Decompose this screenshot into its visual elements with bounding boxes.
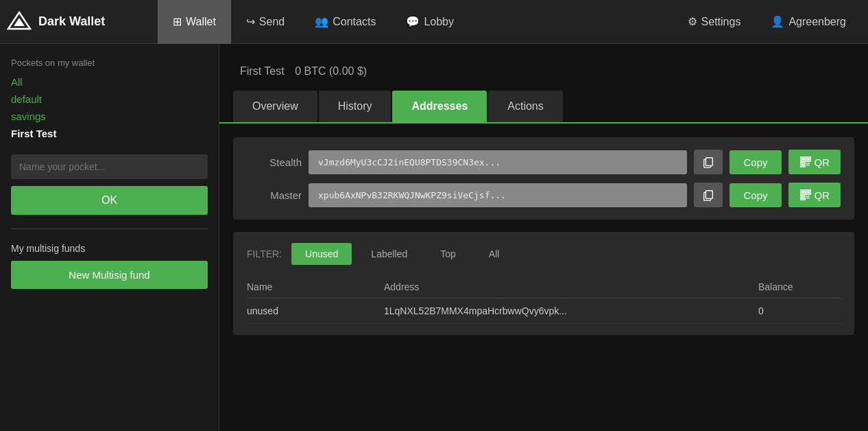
nav-wallet[interactable]: ⊞ Wallet xyxy=(158,0,231,44)
table-row: unused 1LqNXL52B7MMX4mpaHcrbwwQvy6vpk...… xyxy=(247,299,841,324)
logo-text: Dark Wallet xyxy=(38,14,105,29)
tab-history[interactable]: History xyxy=(319,91,391,122)
topnav: Dark Wallet ⊞ Wallet ↪ Send 👥 Contacts 💬… xyxy=(0,0,868,44)
filter-row: FILTER: Unused Labelled Top All xyxy=(247,243,841,265)
ok-button[interactable]: OK xyxy=(11,186,208,215)
svg-rect-5 xyxy=(801,158,804,161)
svg-rect-23 xyxy=(808,196,809,197)
wallet-name: First Test xyxy=(240,65,285,77)
nav-contacts-label: Contacts xyxy=(333,16,376,28)
filter-label: FILTER: xyxy=(247,248,282,259)
logo-icon xyxy=(7,10,32,34)
pocket-first-test[interactable]: First Test xyxy=(11,128,208,139)
svg-rect-9 xyxy=(801,163,804,166)
row-balance: 0 xyxy=(758,305,841,316)
wallet-grid-icon: ⊞ xyxy=(173,15,182,28)
pocket-savings[interactable]: savings xyxy=(11,110,208,122)
col-name: Name xyxy=(247,281,384,292)
nav-settings[interactable]: ⚙ Settings xyxy=(673,0,756,44)
main-header: First Test 0 BTC (0.00 $) xyxy=(219,44,868,91)
tab-actions[interactable]: Actions xyxy=(488,91,562,122)
tab-addresses[interactable]: Addresses xyxy=(392,91,487,122)
stealth-value: vJmzd6MyU3cCJ2inEQU8PTDS39CN3ex... xyxy=(309,150,687,174)
new-multisig-button[interactable]: New Multisig fund xyxy=(11,261,208,289)
stealth-copy-button[interactable]: Copy xyxy=(730,150,781,174)
sidebar-divider xyxy=(11,229,208,229)
svg-rect-7 xyxy=(807,158,810,161)
nav-contacts[interactable]: 👥 Contacts xyxy=(300,0,391,44)
filter-all[interactable]: All xyxy=(475,243,514,265)
master-qr-button[interactable]: QR xyxy=(788,183,841,207)
svg-rect-11 xyxy=(808,163,809,164)
table-header: Name Address Balance xyxy=(247,276,841,299)
send-icon: ↪ xyxy=(246,15,255,28)
main-content: First Test 0 BTC (0.00 $) Overview Histo… xyxy=(219,44,868,431)
master-copy-button[interactable]: Copy xyxy=(730,183,781,207)
pocket-default[interactable]: default xyxy=(11,93,208,105)
svg-rect-15 xyxy=(706,191,713,199)
settings-icon: ⚙ xyxy=(688,15,697,28)
nav-user[interactable]: 👤 Agreenberg xyxy=(756,0,861,44)
col-balance: Balance xyxy=(758,281,841,292)
copy-icon-master xyxy=(702,189,714,201)
pocket-all[interactable]: All xyxy=(11,76,208,88)
svg-rect-24 xyxy=(806,198,807,199)
svg-rect-12 xyxy=(806,165,807,166)
nav-lobby[interactable]: 💬 Lobby xyxy=(391,0,469,44)
nav-user-label: Agreenberg xyxy=(788,16,846,28)
nav-send-label: Send xyxy=(259,16,285,28)
multisig-title: My multisig funds xyxy=(11,243,208,254)
master-label: Master xyxy=(247,189,302,201)
master-value: xpub6AxNPvB32RKWQJNwKPZ9siVeCjsf... xyxy=(309,183,687,207)
tabs: Overview History Addresses Actions xyxy=(219,91,868,124)
nav-send[interactable]: ↪ Send xyxy=(231,0,300,44)
stealth-row: Stealth vJmzd6MyU3cCJ2inEQU8PTDS39CN3ex.… xyxy=(247,150,841,174)
stealth-copy-icon-button[interactable] xyxy=(694,150,723,174)
lobby-icon: 💬 xyxy=(406,15,420,28)
address-card: Stealth vJmzd6MyU3cCJ2inEQU8PTDS39CN3ex.… xyxy=(233,137,854,220)
filter-bar: FILTER: Unused Labelled Top All Name Add… xyxy=(233,232,854,335)
nav-settings-label: Settings xyxy=(701,16,741,28)
nav-lobby-label: Lobby xyxy=(424,16,454,28)
master-copy-icon-button[interactable] xyxy=(694,183,723,207)
contacts-icon: 👥 xyxy=(315,15,328,28)
svg-rect-10 xyxy=(806,163,807,164)
svg-rect-21 xyxy=(801,196,804,199)
filter-labelled[interactable]: Labelled xyxy=(357,243,421,265)
user-icon: 👤 xyxy=(771,15,784,28)
qr-icon-stealth xyxy=(799,156,812,168)
qr-icon-master xyxy=(799,189,812,201)
master-qr-label: QR xyxy=(815,189,830,201)
svg-rect-17 xyxy=(801,191,804,194)
nav-right: ⚙ Settings 👤 Agreenberg xyxy=(673,0,861,44)
addresses-content: Stealth vJmzd6MyU3cCJ2inEQU8PTDS39CN3ex.… xyxy=(219,124,868,349)
stealth-qr-button[interactable]: QR xyxy=(788,150,841,174)
pockets-title: Pockets on my wallet xyxy=(11,58,208,68)
svg-rect-19 xyxy=(807,191,810,194)
copy-icon xyxy=(702,156,714,168)
stealth-qr-label: QR xyxy=(815,156,830,168)
nav-wallet-label: Wallet xyxy=(186,16,216,28)
svg-rect-3 xyxy=(706,158,713,166)
stealth-label: Stealth xyxy=(247,156,302,168)
col-address: Address xyxy=(384,281,758,292)
master-row: Master xpub6AxNPvB32RKWQJNwKPZ9siVeCjsf.… xyxy=(247,183,841,207)
filter-unused[interactable]: Unused xyxy=(291,243,352,265)
filter-top[interactable]: Top xyxy=(426,243,470,265)
svg-rect-25 xyxy=(808,198,809,199)
svg-rect-13 xyxy=(808,165,809,166)
row-address: 1LqNXL52B7MMX4mpaHcrbwwQvy6vpk... xyxy=(384,305,758,316)
row-name: unused xyxy=(247,305,384,316)
pocket-name-input[interactable] xyxy=(11,154,208,179)
logo-area: Dark Wallet xyxy=(7,10,158,34)
svg-rect-22 xyxy=(806,196,807,197)
layout: Pockets on my wallet All default savings… xyxy=(0,44,868,431)
tab-overview[interactable]: Overview xyxy=(233,91,317,122)
wallet-balance: 0 BTC (0.00 $) xyxy=(295,65,367,77)
sidebar: Pockets on my wallet All default savings… xyxy=(0,44,219,431)
